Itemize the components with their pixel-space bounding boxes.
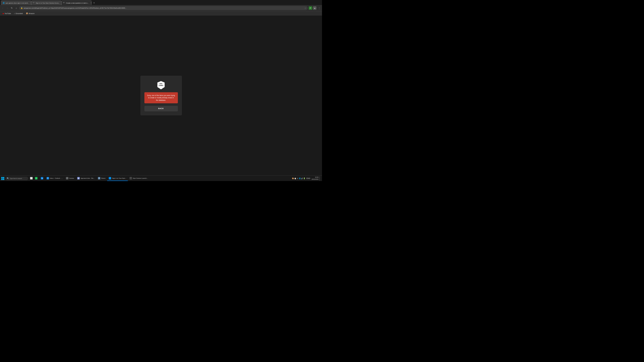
address-bar-row: ← → ↻ ⌂ 🔒 epicgames.com/id/login/xbl?red… (0, 5, 322, 11)
outlook-icon: ✉ (47, 177, 49, 179)
svg-rect-4 (3, 177, 5, 178)
taskbar-apps: ♪ 🛍 ✉ Inbox - Outlook - ... 🎮 Games 💬 #g… (33, 176, 290, 181)
home-button[interactable]: ⌂ (15, 6, 18, 10)
taskview-icon: ⬜ (30, 177, 33, 179)
browser-icon: 🌐 (109, 177, 111, 179)
clock-date: 23/10/2020 (311, 178, 318, 180)
svg-rect-6 (3, 178, 5, 180)
taskbar-app-games-label: Games (69, 177, 74, 179)
epic-games-logo: EPIC GAMES (156, 81, 166, 90)
taskbar-app-store[interactable]: 🛍 (39, 176, 45, 181)
bookmark-grounded[interactable]: ○ Grounded (13, 12, 24, 15)
taskbar-app-discord-label: #general-chat - Dis... (80, 177, 95, 179)
spotify-icon: ♪ (35, 177, 37, 179)
taskbar-app-outlook[interactable]: ✉ Inbox - Outlook - ... (45, 176, 64, 181)
taskbar-app-epic-launcher[interactable]: 🛡 Epic Games Launch... (128, 176, 149, 181)
svg-rect-5 (1, 178, 3, 180)
store-icon: 🛍 (41, 177, 43, 179)
taskbar-app-steam[interactable]: ⚙ Steam (96, 176, 107, 181)
taskbar-app-games[interactable]: 🎮 Games (64, 176, 75, 181)
taskbar: 🔍 Type here to search ⬜ ♪ 🛍 ✉ Inbox - Ou… (0, 175, 322, 181)
back-button-dialog[interactable]: BACK (144, 106, 178, 111)
dialog-card: EPIC GAMES Sorry, one of the items you w… (140, 76, 182, 115)
bookmark-youtube[interactable]: ▶ YouTube (2, 12, 12, 15)
forward-button[interactable]: → (6, 6, 9, 10)
tab-bar: 🌐 epic games xbox sign in not work... ✕ … (0, 0, 322, 5)
tray-icon-network[interactable]: 🌐 (299, 177, 301, 179)
taskbar-app-outlook-label: Inbox - Outlook - ... (50, 177, 63, 179)
taskbar-app-discord[interactable]: 💬 #general-chat - Dis... (76, 176, 96, 181)
taskbar-app-epic-label: Epic Games Launch... (133, 177, 148, 179)
reload-button[interactable]: ↻ (10, 6, 14, 10)
extension-icons: P ● (309, 6, 316, 10)
tab-3[interactable]: 🛡 Create a new question or start a ... ✕ (61, 1, 92, 5)
search-icon: 🔍 (7, 177, 9, 179)
address-bar[interactable]: 🔒 epicgames.com/id/login/xbl?redirect_ur… (19, 6, 308, 10)
svg-rect-3 (1, 177, 3, 178)
bookmark-star-icon[interactable]: ☆ (304, 7, 306, 9)
grounded-icon: ○ (14, 13, 15, 14)
epic-launcher-icon: 🛡 (130, 177, 132, 179)
bookmark-youtube-label: YouTube (5, 13, 11, 14)
bookmark-amazon[interactable]: 📦 Amazon (25, 12, 36, 15)
bookmark-amazon-label: Amazon (29, 13, 35, 14)
taskbar-taskview[interactable]: ⬜ (29, 176, 33, 181)
address-url-text: epicgames.com/id/login/xbl?redirect_uri=… (24, 7, 304, 9)
games-icon: 🎮 (66, 177, 68, 179)
taskbar-app-browser-epic[interactable]: 🌐 Sign in to Your Epic... (107, 176, 128, 181)
taskbar-time[interactable]: 16:09 23/10/2020 (311, 176, 318, 180)
tab-1-icon: 🌐 (3, 2, 5, 4)
taskbar-search[interactable]: 🔍 Type here to search (6, 177, 28, 180)
tab-2[interactable]: 🛡 Sign in to Your Epic Games Accou... ✕ (31, 1, 61, 5)
tab-1-label: epic games xbox sign in not work... (6, 2, 29, 4)
windows-logo-icon (1, 177, 4, 180)
bookmarks-bar: ▶ YouTube ○ Grounded 📦 Amazon (0, 11, 322, 16)
extension-green[interactable]: P (309, 6, 312, 10)
tray-icon-2[interactable]: 📋 (294, 177, 296, 179)
discord-icon: 💬 (77, 177, 80, 179)
tab-2-label: Sign in to Your Epic Games Accou... (36, 2, 60, 4)
clock-time: 16:09 (311, 176, 318, 178)
system-tray: 🎨 📋 ⬆ 🌐 🔊 🔋 (292, 177, 305, 179)
taskbar-app-browser-label: Sign in to Your Epic... (112, 177, 126, 179)
error-message-text: Sorry, one of the items you were trying … (147, 95, 175, 101)
svg-text:GAMES: GAMES (159, 85, 164, 86)
browser-frame: 🌐 epic games xbox sign in not work... ✕ … (0, 0, 322, 181)
new-tab-button[interactable]: + (92, 1, 96, 5)
tray-icon-sound[interactable]: 🔊 (301, 177, 303, 179)
tab-2-icon: 🛡 (33, 2, 35, 4)
tab-1[interactable]: 🌐 epic games xbox sign in not work... ✕ (1, 1, 31, 5)
back-button[interactable]: ← (1, 6, 5, 10)
steam-icon: ⚙ (98, 177, 100, 179)
page-content: EPIC GAMES Sorry, one of the items you w… (0, 16, 322, 175)
taskbar-app-steam-label: Steam (101, 177, 105, 179)
browser-menu-button[interactable]: ⋮ (317, 7, 321, 10)
taskbar-app-spotify[interactable]: ♪ (33, 176, 39, 181)
extension-gray[interactable]: ● (313, 6, 316, 10)
error-message-box: Sorry, one of the items you were trying … (144, 92, 178, 103)
tray-icon-3[interactable]: ⬆ (296, 177, 298, 179)
language-indicator: ENG (306, 177, 310, 179)
tab-3-icon: 🛡 (63, 2, 65, 4)
youtube-icon: ▶ (3, 13, 4, 15)
tray-icon-battery[interactable]: 🔋 (303, 177, 305, 179)
tray-icon-1[interactable]: 🎨 (292, 177, 294, 179)
lock-icon: 🔒 (21, 7, 23, 9)
show-desktop-button[interactable] (319, 176, 320, 180)
start-button[interactable] (1, 177, 5, 180)
taskbar-search-placeholder: Type here to search (10, 178, 22, 179)
tab-3-label: Create a new question or start a ... (66, 2, 89, 4)
amazon-icon: 📦 (26, 13, 28, 15)
taskbar-right: 🎨 📋 ⬆ 🌐 🔊 🔋 ENG 16:09 23/10/2020 (290, 176, 322, 180)
svg-text:EPIC: EPIC (159, 83, 163, 85)
bookmark-grounded-label: Grounded (16, 13, 23, 14)
tab-3-close[interactable]: ✕ (91, 2, 92, 4)
